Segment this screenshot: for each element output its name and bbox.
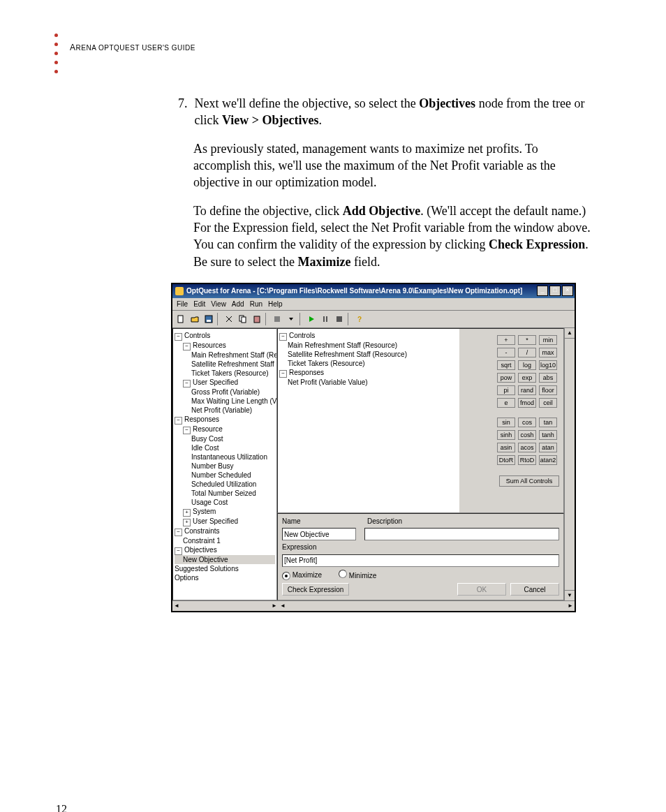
svg-rect-9 [336, 316, 342, 322]
calc--button[interactable]: * [518, 335, 536, 345]
left-hscroll[interactable]: ◄► [172, 600, 279, 611]
page-header: ARENA OPTQUEST USER'S GUIDE [70, 42, 610, 53]
window-title: OptQuest for Arena - [C:\Program Files\R… [186, 286, 537, 296]
calc-cosh-button[interactable]: cosh [518, 430, 536, 440]
new-icon[interactable] [174, 312, 188, 326]
vertical-scrollbar[interactable]: ▲ ▼ [564, 328, 575, 600]
paragraph: To define the objective, click Add Objec… [193, 202, 597, 270]
check-expression-button[interactable]: Check Expression [282, 583, 349, 596]
app-icon [175, 287, 184, 295]
menu-edit[interactable]: Edit [193, 300, 205, 309]
calc-tan-button[interactable]: tan [539, 418, 557, 427]
calc-pi-button[interactable]: pi [497, 385, 515, 395]
calc--button[interactable]: / [518, 348, 536, 357]
calc-e-button[interactable]: e [497, 398, 515, 408]
paste-icon[interactable] [250, 312, 264, 326]
svg-rect-0 [178, 316, 183, 323]
stop2-icon[interactable] [332, 312, 346, 326]
pause-icon[interactable] [318, 312, 332, 326]
objective-form: Name Description Expression Maximize [277, 513, 564, 601]
calc-asin-button[interactable]: asin [497, 443, 515, 452]
cut-icon[interactable] [222, 312, 236, 326]
expression-label: Expression [282, 542, 316, 552]
calc-cos-button[interactable]: cos [518, 418, 536, 427]
calc-max-button[interactable]: max [539, 348, 557, 357]
menu-bar: File Edit View Add Run Help [172, 298, 575, 311]
toolbar: ? [172, 311, 575, 328]
calc-atan-button[interactable]: atan [539, 443, 557, 452]
copy-icon[interactable] [236, 312, 250, 326]
step-text: Next we'll define the objective, so sele… [195, 95, 598, 129]
margin-bullets [54, 34, 58, 79]
paragraph: As previously stated, management wants t… [193, 140, 597, 191]
calc-tanh-button[interactable]: tanh [539, 430, 557, 440]
calc-rand-button[interactable]: rand [518, 385, 536, 395]
step-number: 7. [178, 95, 188, 129]
svg-rect-7 [323, 316, 325, 322]
calculator-panel: +*min-/maxsqrtloglog10powexpabspirandflo… [459, 329, 563, 512]
scroll-up-icon[interactable]: ▲ [565, 328, 575, 339]
left-tree-pane[interactable]: −Controls −Resources Main Refreshment St… [172, 328, 277, 600]
svg-rect-2 [207, 320, 211, 322]
dropdown-icon[interactable] [284, 312, 298, 326]
maximize-radio[interactable]: Maximize [282, 570, 322, 580]
calc-floor-button[interactable]: floor [539, 385, 557, 395]
calc-log10-button[interactable]: log10 [539, 360, 557, 370]
description-label: Description [367, 517, 402, 525]
menu-help[interactable]: Help [268, 300, 283, 309]
calc-DtoR-button[interactable]: DtoR [497, 455, 515, 465]
calc--button[interactable]: + [497, 335, 515, 345]
calc--button[interactable]: - [497, 348, 515, 357]
close-button[interactable]: × [562, 286, 573, 296]
play-icon[interactable] [304, 312, 318, 326]
calc-min-button[interactable]: min [539, 335, 557, 345]
menu-run[interactable]: Run [250, 300, 262, 309]
calc-sinh-button[interactable]: sinh [497, 430, 515, 440]
app-window: OptQuest for Arena - [C:\Program Files\R… [171, 283, 576, 613]
svg-rect-5 [254, 316, 260, 323]
menu-view[interactable]: View [211, 300, 226, 309]
stop-icon[interactable] [270, 312, 284, 326]
menu-file[interactable]: File [177, 300, 188, 309]
right-tree-pane[interactable]: −Controls Main Refreshment Staff (Resour… [278, 329, 459, 512]
svg-text:?: ? [357, 316, 362, 323]
calc-ceil-button[interactable]: ceil [539, 398, 557, 408]
name-label: Name [282, 517, 301, 525]
help-icon[interactable]: ? [353, 312, 367, 326]
calc-acos-button[interactable]: acos [518, 443, 536, 452]
page-number: 12 [56, 802, 67, 812]
title-bar[interactable]: OptQuest for Arena - [C:\Program Files\R… [172, 284, 575, 298]
scroll-down-icon[interactable]: ▼ [565, 590, 575, 600]
maximize-button[interactable]: □ [549, 286, 561, 296]
ok-button[interactable]: OK [457, 583, 506, 596]
minimize-button[interactable]: _ [537, 286, 548, 296]
description-input[interactable] [364, 528, 559, 540]
calc-RtoD-button[interactable]: RtoD [518, 455, 536, 465]
tree-selected: New Objective [175, 555, 275, 564]
minimize-radio[interactable]: Minimize [339, 570, 376, 581]
right-hscroll[interactable]: ◄► [279, 600, 575, 611]
cancel-button[interactable]: Cancel [510, 583, 559, 596]
calc-abs-button[interactable]: abs [539, 373, 557, 383]
sum-all-button[interactable]: Sum All Controls [499, 475, 559, 487]
expression-input[interactable] [282, 554, 559, 567]
calc-exp-button[interactable]: exp [518, 373, 536, 383]
calc-log-button[interactable]: log [518, 360, 536, 370]
calc-fmod-button[interactable]: fmod [518, 398, 536, 408]
open-icon[interactable] [188, 312, 202, 326]
calc-sin-button[interactable]: sin [497, 418, 515, 427]
calc-pow-button[interactable]: pow [497, 373, 515, 383]
svg-rect-6 [274, 316, 280, 322]
name-input[interactable] [282, 528, 356, 540]
calc-sqrt-button[interactable]: sqrt [497, 360, 515, 370]
svg-rect-4 [242, 317, 246, 323]
svg-rect-8 [326, 316, 327, 322]
menu-add[interactable]: Add [232, 300, 244, 309]
save-icon[interactable] [202, 312, 216, 326]
calc-atan2-button[interactable]: atan2 [539, 455, 557, 465]
